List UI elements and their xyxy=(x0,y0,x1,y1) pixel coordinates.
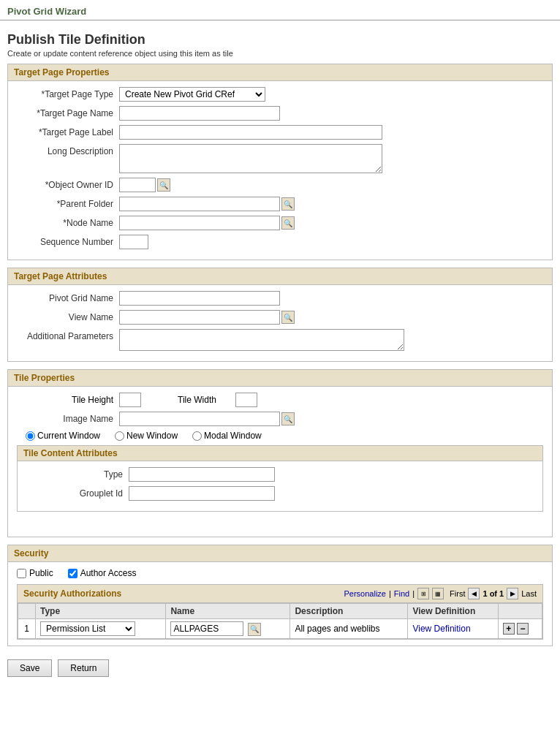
return-button[interactable]: Return xyxy=(58,659,109,677)
tile-width-input[interactable]: 1 xyxy=(235,393,257,407)
col-viewdef-header: View Definition xyxy=(408,604,498,619)
tile-height-input[interactable]: 1 xyxy=(119,393,141,407)
target-page-attributes-section: Target Page Attributes Pivot Grid Name Q… xyxy=(7,268,553,362)
target-page-properties-section: Target Page Properties *Target Page Type… xyxy=(7,64,553,260)
sequence-number-label: Sequence Number xyxy=(17,235,119,247)
target-page-properties-header: Target Page Properties xyxy=(8,64,552,81)
tile-spacer xyxy=(17,516,543,531)
additional-params-row: Additional Parameters xyxy=(17,329,543,351)
new-window-radio[interactable] xyxy=(115,431,124,441)
grouplet-id-label: Grouplet Id xyxy=(26,486,129,499)
view-name-row: View Name QE_NUI_ITEMDEFIN.View 🔍 xyxy=(17,310,543,325)
additional-params-label: Additional Parameters xyxy=(17,329,119,341)
parent-folder-search-icon[interactable]: 🔍 xyxy=(281,197,295,211)
save-button[interactable]: Save xyxy=(7,659,52,677)
grouplet-id-field: PTS_CHART_GB xyxy=(129,486,275,501)
object-owner-id-field: 🔍 xyxy=(119,178,170,192)
tile-content-attributes-section: Tile Content Attributes Type Pivot Grid … xyxy=(17,445,543,512)
row-name-input[interactable] xyxy=(170,621,243,636)
row-num: 1 xyxy=(18,619,36,639)
view-definition-link[interactable]: View Definition xyxy=(412,624,470,634)
grid-view-icon[interactable]: ⊞ xyxy=(417,588,429,599)
chart-view-icon[interactable]: ▦ xyxy=(432,588,444,599)
modal-window-label: Modal Window xyxy=(204,431,262,441)
find-link[interactable]: Find xyxy=(394,589,409,598)
security-authorizations-container: Security Authorizations Personalize | Fi… xyxy=(17,584,543,640)
target-page-type-select[interactable]: Create New Pivot Grid CRef Update Existi… xyxy=(119,87,265,102)
header-divider xyxy=(0,20,560,20)
image-name-row: Image Name 🔍 xyxy=(17,412,543,426)
target-page-name-label: *Target Page Name xyxy=(17,106,119,118)
tile-properties-header: Tile Properties xyxy=(8,370,552,387)
sequence-number-input[interactable] xyxy=(119,235,148,249)
target-page-label-input[interactable]: Search Items xyxy=(119,125,382,140)
object-owner-id-label: *Object Owner ID xyxy=(17,178,119,190)
col-type-header: Type xyxy=(36,604,166,619)
button-row: Save Return xyxy=(0,654,560,683)
view-name-search-icon[interactable]: 🔍 xyxy=(281,311,295,324)
security-section: Security Public Author Access Security A… xyxy=(7,545,553,646)
target-page-name-input[interactable]: SEARCH_ITEMS xyxy=(119,106,280,121)
current-window-option: Current Window xyxy=(26,431,100,441)
image-name-input[interactable] xyxy=(119,412,280,426)
target-page-type-field: Create New Pivot Grid CRef Update Existi… xyxy=(119,87,265,102)
page-subtitle: Create or update content reference objec… xyxy=(0,49,560,64)
row-actions: + − xyxy=(498,619,542,639)
view-name-input[interactable]: QE_NUI_ITEMDEFIN.View xyxy=(119,310,280,325)
last-label: Last xyxy=(521,589,537,598)
row-name-search-icon[interactable]: 🔍 xyxy=(248,623,261,636)
pivot-grid-name-field: QE_NUI_ITEMDEFIN xyxy=(119,291,280,306)
object-owner-id-search-icon[interactable]: 🔍 xyxy=(157,178,170,192)
author-access-checkbox[interactable] xyxy=(68,569,77,578)
tile-properties-content: Tile Height 1 Tile Width 1 Image Name 🔍 … xyxy=(8,387,552,537)
target-page-name-field: SEARCH_ITEMS xyxy=(119,106,280,121)
first-label: First xyxy=(450,589,465,598)
col-description-header: Description xyxy=(290,604,408,619)
current-window-radio[interactable] xyxy=(26,431,35,441)
row-type-select[interactable]: Permission List Role xyxy=(40,621,135,636)
row-type: Permission List Role xyxy=(36,619,166,639)
row-description: All pages and weblibs xyxy=(290,619,408,639)
delete-row-btn[interactable]: − xyxy=(517,623,529,635)
col-name-header: Name xyxy=(166,604,290,619)
tile-properties-section: Tile Properties Tile Height 1 Tile Width… xyxy=(7,369,553,537)
view-name-field: QE_NUI_ITEMDEFIN.View 🔍 xyxy=(119,310,295,325)
app-title: Pivot Grid Wizard xyxy=(7,6,86,17)
security-authorizations-toolbar: Security Authorizations Personalize | Fi… xyxy=(18,585,542,603)
pivot-grid-name-label: Pivot Grid Name xyxy=(17,291,119,303)
target-page-label-label: *Target Page Label xyxy=(17,125,119,137)
long-description-field xyxy=(119,144,382,173)
node-name-search-icon[interactable]: 🔍 xyxy=(281,216,295,230)
col-actions-header xyxy=(498,604,542,619)
tile-content-attributes-header: Tile Content Attributes xyxy=(18,446,542,461)
security-checkboxes: Public Author Access xyxy=(17,568,543,578)
grouplet-id-row: Grouplet Id PTS_CHART_GB xyxy=(26,486,534,501)
type-label: Type xyxy=(26,467,129,480)
image-name-field: 🔍 xyxy=(119,412,295,426)
author-access-label: Author Access xyxy=(80,568,137,578)
target-page-attributes-header: Target Page Attributes xyxy=(8,268,552,285)
target-page-label-row: *Target Page Label Search Items xyxy=(17,125,543,140)
personalize-link[interactable]: Personalize xyxy=(344,589,385,598)
add-row-btn[interactable]: + xyxy=(503,623,515,635)
target-page-type-row: *Target Page Type Create New Pivot Grid … xyxy=(17,87,543,102)
node-name-input[interactable]: LOCAL_NODE xyxy=(119,216,280,230)
image-name-label: Image Name xyxy=(17,412,119,424)
additional-params-input[interactable] xyxy=(119,329,404,351)
parent-folder-input[interactable]: PT_REPORTING_TOOLS xyxy=(119,197,280,211)
target-page-name-row: *Target Page Name SEARCH_ITEMS xyxy=(17,106,543,121)
grouplet-id-input: PTS_CHART_GB xyxy=(129,486,275,501)
image-name-search-icon[interactable]: 🔍 xyxy=(281,412,295,425)
public-checkbox[interactable] xyxy=(17,569,26,578)
object-owner-id-input[interactable] xyxy=(119,178,156,192)
object-owner-id-row: *Object Owner ID 🔍 xyxy=(17,178,543,192)
long-description-input[interactable] xyxy=(119,144,382,173)
col-num-header xyxy=(18,604,36,619)
tile-size-row: Tile Height 1 Tile Width 1 xyxy=(17,393,543,407)
next-page-btn[interactable]: ▶ xyxy=(507,588,518,599)
prev-page-btn[interactable]: ◀ xyxy=(468,588,480,599)
target-page-attributes-content: Pivot Grid Name QE_NUI_ITEMDEFIN View Na… xyxy=(8,285,552,361)
modal-window-radio[interactable] xyxy=(192,431,202,441)
page-title: Publish Tile Definition xyxy=(0,28,560,49)
new-window-label: New Window xyxy=(126,431,178,441)
